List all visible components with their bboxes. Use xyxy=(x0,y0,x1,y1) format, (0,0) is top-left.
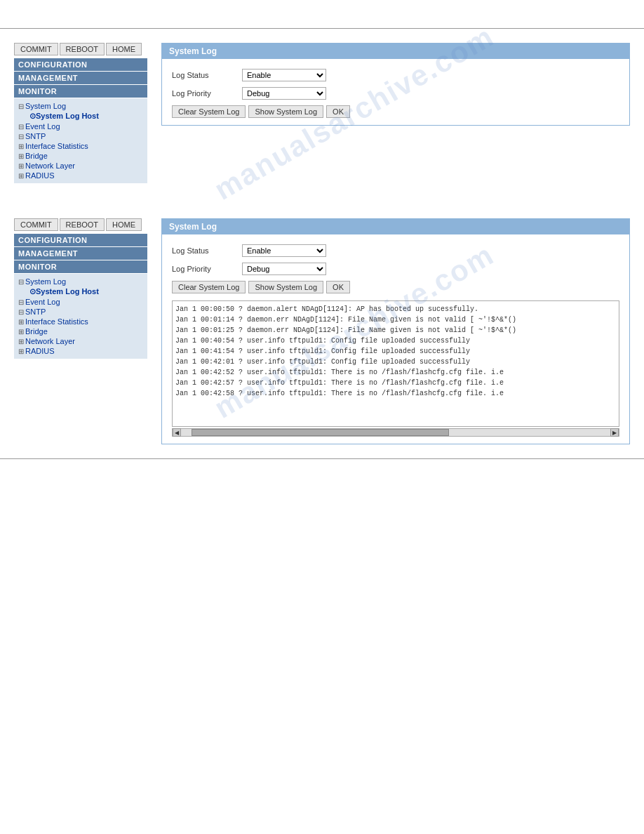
nav-tree-1: ⊟System Log ⊙System Log Host ⊟Event Log … xyxy=(14,98,147,183)
log-priority-row-2: Log Priority Debug Info Warning Error xyxy=(172,263,619,275)
nav-tree-2: ⊟System Log ⊙System Log Host ⊟Event Log … xyxy=(14,274,147,359)
log-status-select-1[interactable]: Enable Disable xyxy=(242,69,326,81)
toolbar-panel2: COMMIT REBOOT HOME xyxy=(14,218,147,231)
expand-icon-iface-2: ⊞ xyxy=(18,318,24,326)
top-divider xyxy=(0,28,644,29)
config-header-1: CONFIGURATION xyxy=(14,58,147,71)
home-button-2[interactable]: HOME xyxy=(106,218,142,231)
nav-iface-stats-2[interactable]: ⊞Interface Statistics xyxy=(15,317,146,326)
expand-icon-host-2: ⊙ xyxy=(29,287,36,296)
expand-icon-radius-2: ⊞ xyxy=(18,348,24,355)
monitor-header-1: MONITOR xyxy=(14,85,147,98)
horizontal-scrollbar-2[interactable]: ◀ ▶ xyxy=(172,428,619,437)
log-output-2[interactable]: Jan 1 00:00:50 ? daemon.alert NDAgD[1124… xyxy=(172,300,619,427)
log-priority-row-1: Log Priority Debug Info Warning Error xyxy=(172,87,619,100)
nav-sntp-2[interactable]: ⊟SNTP xyxy=(15,307,146,317)
nav-system-log-host-2[interactable]: ⊙System Log Host xyxy=(27,286,146,297)
log-line: Jan 1 00:40:54 ? user.info tftpuld1: Con… xyxy=(175,336,616,346)
system-log-body-1: Log Status Enable Disable Log Priority D… xyxy=(162,59,629,125)
expand-icon-bridge-2: ⊞ xyxy=(18,328,24,336)
form-actions-2: Clear System Log Show System Log OK xyxy=(172,281,619,293)
show-system-log-btn-1[interactable]: Show System Log xyxy=(248,105,323,118)
nav-bridge-2[interactable]: ⊞Bridge xyxy=(15,326,146,336)
home-button-1[interactable]: HOME xyxy=(106,43,142,55)
commit-button-1[interactable]: COMMIT xyxy=(14,43,58,55)
log-line: Jan 1 00:42:01 ? user.info tftpuld1: Con… xyxy=(175,357,616,367)
log-status-label-1: Log Status xyxy=(172,71,242,79)
system-log-title-2: System Log xyxy=(162,219,629,234)
reboot-button-1[interactable]: REBOOT xyxy=(60,43,105,55)
reboot-button-2[interactable]: REBOOT xyxy=(60,218,105,231)
log-line: Jan 1 00:01:14 ? daemon.err NDAgD[1124]:… xyxy=(175,315,616,325)
log-status-label-2: Log Status xyxy=(172,246,242,255)
log-status-row-2: Log Status Enable Disable xyxy=(172,244,619,257)
nav-network-layer-1[interactable]: ⊞Network Layer xyxy=(15,161,146,171)
expand-icon-radius-1: ⊞ xyxy=(18,172,24,180)
log-line: Jan 1 00:41:54 ? user.info tftpuld1: Con… xyxy=(175,346,616,357)
log-line: Jan 1 00:42:58 ? user.info tftpuld1: The… xyxy=(175,388,616,399)
expand-icon-bridge-1: ⊞ xyxy=(18,152,24,160)
monitor-header-2: MONITOR xyxy=(14,260,147,273)
expand-icon-iface-1: ⊞ xyxy=(18,143,24,150)
scrollbar-arrow-left-2[interactable]: ◀ xyxy=(173,428,181,437)
clear-system-log-btn-2[interactable]: Clear System Log xyxy=(172,281,246,293)
clear-system-log-btn-1[interactable]: Clear System Log xyxy=(172,105,246,118)
scrollbar-arrow-right-2[interactable]: ▶ xyxy=(610,428,619,437)
toolbar-panel1: COMMIT REBOOT HOME xyxy=(14,43,147,55)
nav-radius-2[interactable]: ⊞RADIUS xyxy=(15,346,146,356)
expand-icon-sntp-1: ⊟ xyxy=(18,133,24,140)
mgmt-header-2: MANAGEMENT xyxy=(14,247,147,260)
nav-event-log-1[interactable]: ⊟Event Log xyxy=(15,121,146,131)
nav-event-log-2[interactable]: ⊟Event Log xyxy=(15,297,146,307)
main-content-1: System Log Log Status Enable Disable Log… xyxy=(161,43,630,183)
commit-button-2[interactable]: COMMIT xyxy=(14,218,58,231)
log-line: Jan 1 00:42:52 ? user.info tftpuld1: The… xyxy=(175,367,616,378)
bottom-divider xyxy=(0,458,644,459)
ok-btn-2[interactable]: OK xyxy=(326,281,350,293)
nav-system-log-host-1[interactable]: ⊙System Log Host xyxy=(27,111,146,121)
system-log-title-1: System Log xyxy=(162,44,629,59)
expand-icon-event-2: ⊟ xyxy=(18,298,24,306)
log-priority-label-1: Log Priority xyxy=(172,89,242,98)
sidebar-panel2: COMMIT REBOOT HOME CONFIGURATION MANAGEM… xyxy=(14,218,147,444)
log-line: Jan 1 00:01:25 ? daemon.err NDAgD[1124]:… xyxy=(175,325,616,336)
scrollbar-thumb-2[interactable] xyxy=(192,429,449,436)
log-line: Jan 1 00:42:57 ? user.info tftpuld1: The… xyxy=(175,378,616,388)
log-priority-label-2: Log Priority xyxy=(172,265,242,273)
ok-btn-1[interactable]: OK xyxy=(326,105,350,118)
sidebar-panel1: COMMIT REBOOT HOME CONFIGURATION MANAGEM… xyxy=(14,43,147,183)
expand-icon-network-2: ⊞ xyxy=(18,338,24,345)
expand-icon-network-1: ⊞ xyxy=(18,162,24,170)
show-system-log-btn-2[interactable]: Show System Log xyxy=(248,281,323,293)
log-status-row-1: Log Status Enable Disable xyxy=(172,69,619,81)
expand-icon-host-1: ⊙ xyxy=(29,112,36,120)
mgmt-header-1: MANAGEMENT xyxy=(14,72,147,84)
config-header-2: CONFIGURATION xyxy=(14,234,147,246)
expand-icon-event-1: ⊟ xyxy=(18,123,24,131)
nav-sub-1: ⊙System Log Host xyxy=(15,111,146,121)
form-actions-1: Clear System Log Show System Log OK xyxy=(172,105,619,118)
system-log-body-2: Log Status Enable Disable Log Priority D… xyxy=(162,234,629,444)
nav-sub-2: ⊙System Log Host xyxy=(15,286,146,297)
system-log-panel-2: System Log Log Status Enable Disable Log… xyxy=(161,218,630,444)
nav-bridge-1[interactable]: ⊞Bridge xyxy=(15,151,146,161)
expand-icon-system-log-2: ⊟ xyxy=(18,278,24,286)
section-spacer xyxy=(0,190,644,211)
nav-sntp-1[interactable]: ⊟SNTP xyxy=(15,131,146,141)
nav-iface-stats-1[interactable]: ⊞Interface Statistics xyxy=(15,141,146,151)
nav-system-log-2[interactable]: ⊟System Log xyxy=(15,277,146,286)
log-priority-select-1[interactable]: Debug Info Warning Error xyxy=(242,87,326,100)
log-status-select-2[interactable]: Enable Disable xyxy=(242,244,326,257)
nav-system-log-1[interactable]: ⊟System Log xyxy=(15,101,146,111)
log-priority-select-2[interactable]: Debug Info Warning Error xyxy=(242,263,326,275)
expand-icon-system-log-1: ⊟ xyxy=(18,102,24,110)
expand-icon-sntp-2: ⊟ xyxy=(18,308,24,316)
log-line: Jan 1 00:00:50 ? daemon.alert NDAgD[1124… xyxy=(175,304,616,315)
nav-network-layer-2[interactable]: ⊞Network Layer xyxy=(15,336,146,346)
system-log-panel-1: System Log Log Status Enable Disable Log… xyxy=(161,43,630,126)
nav-radius-1[interactable]: ⊞RADIUS xyxy=(15,171,146,180)
main-content-2: System Log Log Status Enable Disable Log… xyxy=(161,218,630,444)
